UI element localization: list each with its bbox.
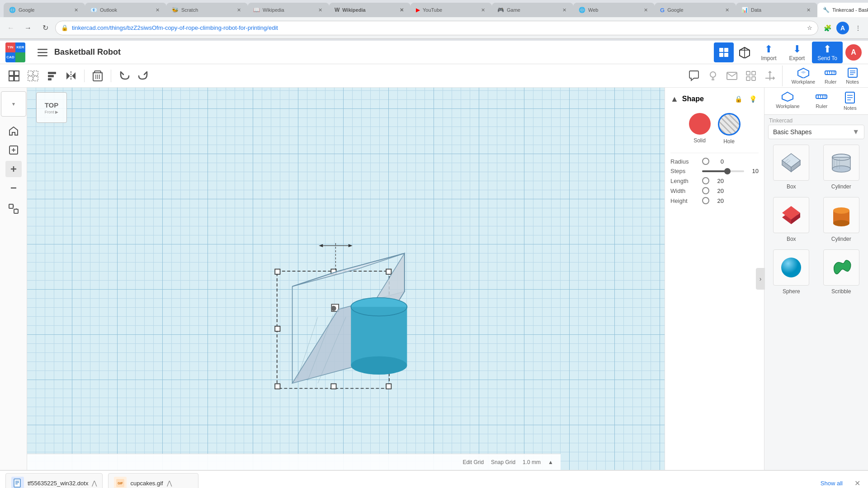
redo-button[interactable] [135, 67, 152, 84]
steps-slider[interactable] [702, 170, 744, 172]
tab-close-btn[interactable]: ✕ [316, 6, 324, 14]
shape-thumb-cylinder-solid [823, 197, 859, 233]
snap-grid-arrow[interactable]: ▲ [548, 459, 553, 465]
back-button[interactable]: ← [4, 21, 18, 35]
browser-tab[interactable]: 🎮 Game ✕ [492, 3, 573, 17]
right-workplane-button[interactable]: Workplane [776, 91, 799, 111]
address-bar[interactable]: 🔒 tinkercad.com/things/bzZ2siwsOfm-copy-… [55, 21, 818, 35]
browser-tab[interactable]: 📖 Wikipedia ✕ [248, 3, 329, 17]
ruler-button[interactable]: Ruler [821, 66, 840, 86]
view-mode-3d-button[interactable] [736, 43, 754, 61]
active-browser-tab[interactable]: 🔧 Tinkercad - Basketball Robot ✕ [817, 3, 868, 17]
shape-item-cylinder-solid[interactable]: Cylinder [820, 197, 863, 242]
solid-type-item[interactable]: Solid [689, 113, 711, 145]
undo-button[interactable] [116, 67, 133, 84]
panel-collapse-button[interactable]: › [756, 268, 765, 290]
edit-grid-label[interactable]: Edit Grid [462, 459, 484, 465]
import-button[interactable]: ⬆ Import [755, 42, 782, 63]
export-small-button[interactable] [742, 67, 760, 84]
right-notes-button[interactable]: Notes [844, 91, 857, 111]
ungroup-button[interactable] [24, 67, 42, 84]
download-item-dotx[interactable]: tf55635225_win32.dotx ⋀ [5, 473, 103, 488]
tab-close-btn[interactable]: ✕ [72, 6, 80, 14]
view-cube[interactable]: ▾ [1, 91, 26, 117]
align-button[interactable] [43, 67, 61, 84]
workplane-button[interactable]: Workplane [788, 66, 819, 86]
send-to-button[interactable]: ⬆ Send To [812, 42, 843, 63]
steps-slider-thumb[interactable] [724, 168, 731, 174]
radius-handle[interactable] [702, 158, 709, 165]
fit-all-button[interactable] [5, 201, 22, 217]
zoom-in-button[interactable] [5, 161, 22, 177]
handle-tr[interactable] [386, 269, 391, 274]
shapes-dropdown[interactable]: Basic Shapes ▼ [768, 125, 864, 139]
tab-close-btn[interactable]: ✕ [642, 6, 649, 14]
close-download-bar-button[interactable]: ✕ [852, 478, 863, 488]
tab-close-btn[interactable]: ✕ [805, 6, 812, 14]
svg-rect-39 [746, 71, 750, 75]
browser-tab[interactable]: 🐝 Scratch ✕ [166, 3, 248, 17]
shape-item-scribble[interactable]: Scribble [820, 249, 863, 295]
view-mode-grid-button[interactable] [714, 42, 734, 62]
tab-close-btn[interactable]: ✕ [479, 6, 486, 14]
width-handle[interactable] [702, 187, 709, 194]
browser-tab[interactable]: 🌐 Google ✕ [4, 3, 85, 17]
browser-tab[interactable]: 📧 Outlook ✕ [85, 3, 166, 17]
browser-tab[interactable]: ▶ YouTube ✕ [410, 3, 492, 17]
comment-button[interactable] [685, 67, 703, 84]
axis-button[interactable] [761, 67, 778, 84]
handle-bl[interactable] [275, 384, 280, 389]
height-handle[interactable] [702, 197, 709, 204]
zoom-out-button[interactable] [5, 180, 22, 196]
menu-button[interactable]: ⋮ [852, 22, 864, 34]
reload-button[interactable]: ↻ [38, 21, 52, 35]
handle-ml[interactable] [275, 326, 280, 331]
tab-close-btn[interactable]: ✕ [723, 6, 731, 14]
browser-tab[interactable]: W Wikipedia ✕ [329, 3, 410, 17]
delete-button[interactable] [89, 67, 106, 84]
view-tools-area: Workplane Ruler Notes [782, 66, 863, 86]
tab-close-btn[interactable]: ✕ [235, 6, 242, 14]
tab-close-btn[interactable]: ✕ [398, 6, 405, 14]
right-ruler-button[interactable]: Ruler [815, 91, 828, 111]
shape-item-box-solid[interactable]: Box [770, 197, 813, 242]
notes-button[interactable]: Notes [842, 66, 863, 86]
download-chevron-dotx[interactable]: ⋀ [92, 479, 97, 487]
browser-tab[interactable]: 📊 Data ✕ [736, 3, 817, 17]
tab-close-btn[interactable]: ✕ [561, 6, 568, 14]
profile-button[interactable]: A [836, 22, 849, 34]
browser-tab[interactable]: 🌐 Web ✕ [573, 3, 655, 17]
handle-bm[interactable] [331, 384, 336, 389]
shape-item-box-outline[interactable]: Box [770, 145, 813, 190]
tab-close-btn[interactable]: ✕ [154, 6, 161, 14]
shape-name-cylinder-solid: Cylinder [831, 236, 851, 242]
shape-lock-button[interactable]: 🔒 [732, 93, 744, 105]
handle-tl[interactable] [275, 269, 280, 274]
hole-type-item[interactable]: Hole [718, 113, 741, 145]
group-button[interactable] [5, 67, 23, 84]
handle-br[interactable] [386, 384, 391, 389]
forward-button[interactable]: → [21, 21, 35, 35]
download-item-gif[interactable]: GIF cupcakes.gif ⋀ [108, 473, 198, 488]
download-chevron-gif[interactable]: ⋀ [167, 479, 172, 487]
home-view-button[interactable] [5, 123, 22, 139]
light-bulb-button[interactable] [704, 67, 722, 84]
export-button[interactable]: ⬇ Export [783, 42, 810, 63]
canvas-area[interactable]: TOP Front ▶ [27, 88, 665, 470]
extensions-button[interactable]: 🧩 [821, 22, 834, 34]
shape-item-cylinder-outline[interactable]: Cylinder [820, 145, 863, 190]
length-handle[interactable] [702, 177, 709, 184]
mirror-button[interactable] [62, 67, 80, 84]
browser-tab[interactable]: G Google ✕ [655, 3, 736, 17]
fit-view-button[interactable] [5, 142, 22, 158]
profile-avatar[interactable]: A [844, 43, 863, 61]
bookmark-icon[interactable]: ☆ [807, 24, 812, 31]
hamburger-menu-button[interactable] [34, 44, 51, 61]
shape-item-sphere[interactable]: Sphere [770, 249, 813, 295]
shape-panel-collapse-btn[interactable]: ▲ [670, 94, 679, 104]
shape-light-button[interactable]: 💡 [747, 93, 759, 105]
cylinder-object[interactable] [351, 298, 407, 375]
share-button[interactable] [723, 67, 741, 84]
snap-grid-value[interactable]: 1.0 mm [523, 459, 541, 465]
show-all-button[interactable]: Show all [817, 478, 846, 488]
